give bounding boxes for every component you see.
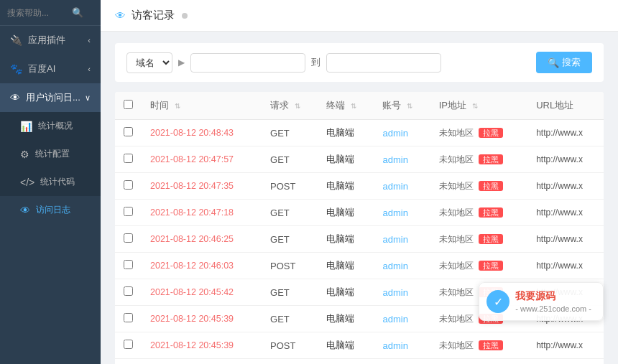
- row-checkbox[interactable]: [124, 180, 133, 190]
- row-checkbox[interactable]: [124, 233, 133, 243]
- filter-end-input[interactable]: [326, 53, 441, 73]
- row-checkbox[interactable]: [124, 127, 133, 136]
- row-checkbox-cell: [115, 332, 142, 359]
- sort-icon[interactable]: ⇅: [472, 102, 478, 110]
- row-checkbox[interactable]: [124, 313, 133, 322]
- row-checkbox-cell: [115, 173, 142, 200]
- filter-to-label: 到: [311, 56, 320, 69]
- sidebar-item-baidu-ai[interactable]: 🐾 百度AI ‹: [0, 55, 101, 83]
- row-method: POST: [262, 253, 318, 279]
- row-time: 2021-08-12 20:48:43: [142, 120, 262, 146]
- ip-region: 未知地区: [439, 207, 474, 218]
- row-method: GET: [262, 146, 318, 173]
- row-method: POST: [262, 173, 318, 200]
- sidebar-item-visit-log[interactable]: 👁 访问日志: [0, 196, 101, 224]
- ip-region: 未知地区: [439, 154, 474, 164]
- row-checkbox[interactable]: [124, 154, 133, 163]
- row-time: 2021-08-12 20:47:18: [142, 200, 262, 226]
- table-row: 2021-08-12 20:45:39 POST 电脑端 admin 未知地区 …: [115, 332, 604, 359]
- row-checkbox[interactable]: [124, 207, 133, 216]
- search-input[interactable]: [7, 8, 72, 18]
- row-account: admin: [374, 359, 430, 365]
- status-dot: [182, 13, 188, 19]
- row-checkbox-cell: [115, 200, 142, 226]
- row-url: http://www.x: [527, 120, 604, 146]
- account-link[interactable]: admin: [382, 261, 407, 271]
- watermark-title: 我要源码: [515, 290, 591, 303]
- row-time: 2021-08-12 20:45:39: [142, 306, 262, 332]
- sort-icon[interactable]: ⇅: [175, 102, 180, 110]
- sidebar-item-stat-overview[interactable]: 📊 统计概况: [0, 112, 101, 140]
- account-link[interactable]: admin: [382, 181, 407, 192]
- row-checkbox-cell: [115, 359, 142, 365]
- row-account: admin: [374, 279, 430, 306]
- account-link[interactable]: admin: [382, 314, 407, 325]
- table-row: 2021-08-12 20:47:35 POST 电脑端 admin 未知地区 …: [115, 173, 604, 200]
- row-account: admin: [374, 173, 430, 200]
- row-ip: 未知地区 拉黑: [430, 120, 527, 146]
- row-ip: 未知地区 拉黑: [430, 226, 527, 253]
- table-body: 2021-08-12 20:48:43 GET 电脑端 admin 未知地区 拉…: [115, 120, 604, 365]
- row-terminal: 电脑端: [318, 200, 374, 226]
- row-terminal: 电脑端: [318, 306, 374, 332]
- row-ip: 未知地区 拉黑: [430, 173, 527, 200]
- th-ip: IP地址 ⇅: [430, 92, 527, 120]
- eye-icon: 👁: [20, 205, 30, 216]
- sort-icon[interactable]: ⇅: [351, 102, 356, 110]
- account-link[interactable]: admin: [382, 234, 407, 245]
- table-row: 2021-08-12 20:46:03 POST 电脑端 admin 未知地区 …: [115, 253, 604, 279]
- code-icon: </>: [20, 177, 34, 188]
- search-button[interactable]: 🔍 搜索: [536, 52, 592, 73]
- table-row: 2021-08-12 20:45:36 GET 电脑端 admin 未知地区 拉…: [115, 359, 604, 365]
- row-checkbox[interactable]: [124, 260, 133, 269]
- visitor-table: 时间 ⇅ 请求 ⇅ 终端 ⇅ 账号 ⇅: [115, 92, 604, 364]
- row-method: GET: [262, 200, 318, 226]
- account-link[interactable]: admin: [382, 340, 407, 351]
- row-ip: 未知地区 拉黑: [430, 359, 527, 365]
- main-header: 👁 访客记录: [101, 0, 618, 32]
- sidebar-item-stat-config[interactable]: ⚙ 统计配置: [0, 140, 101, 168]
- sort-icon[interactable]: ⇅: [295, 102, 300, 110]
- row-url: http://www.x: [527, 253, 604, 279]
- sort-icon[interactable]: ⇅: [407, 102, 412, 110]
- row-ip: 未知地区 拉黑: [430, 332, 527, 359]
- watermark-check-icon: ✓: [486, 290, 509, 313]
- row-terminal: 电脑端: [318, 359, 374, 365]
- row-ip: 未知地区 拉黑: [430, 253, 527, 279]
- account-link[interactable]: admin: [382, 154, 407, 165]
- sidebar-item-user-visit[interactable]: 👁 用户访问日... ∨: [0, 83, 101, 112]
- chart-icon: 📊: [20, 121, 32, 132]
- domain-select[interactable]: 域名: [126, 52, 172, 73]
- row-method: GET: [262, 226, 318, 253]
- chevron-icon: ∨: [85, 93, 91, 103]
- filter-start-input[interactable]: [190, 53, 305, 73]
- row-checkbox[interactable]: [124, 340, 133, 349]
- row-account: admin: [374, 226, 430, 253]
- table-row: 2021-08-12 20:47:18 GET 电脑端 admin 未知地区 拉…: [115, 200, 604, 226]
- row-url: http://www.x: [527, 200, 604, 226]
- search-icon[interactable]: 🔍: [72, 7, 83, 18]
- account-link[interactable]: admin: [382, 128, 407, 139]
- row-time: 2021-08-12 20:45:36: [142, 359, 262, 365]
- ip-region: 未知地区: [439, 234, 474, 244]
- row-account: admin: [374, 332, 430, 359]
- sidebar-item-label: 统计配置: [35, 148, 70, 160]
- select-all-checkbox[interactable]: [124, 100, 133, 109]
- row-checkbox-cell: [115, 306, 142, 332]
- th-terminal: 终端 ⇅: [318, 92, 374, 120]
- account-link[interactable]: admin: [382, 207, 407, 218]
- row-method: GET: [262, 306, 318, 332]
- row-checkbox-cell: [115, 120, 142, 146]
- row-checkbox[interactable]: [124, 286, 133, 296]
- sidebar-item-plugin[interactable]: 🔌 应用插件 ‹: [0, 26, 101, 55]
- account-link[interactable]: admin: [382, 287, 407, 298]
- ip-region: 未知地区: [439, 128, 474, 138]
- watermark-subtitle: - www.251code.com -: [515, 304, 591, 313]
- row-account: admin: [374, 146, 430, 173]
- blacklist-badge: 拉黑: [479, 261, 503, 271]
- row-url: http://www.x: [527, 332, 604, 359]
- blacklist-badge: 拉黑: [479, 340, 503, 350]
- data-table-container: 时间 ⇅ 请求 ⇅ 终端 ⇅ 账号 ⇅: [115, 92, 604, 364]
- ip-region: 未知地区: [439, 340, 474, 350]
- sidebar-item-stat-code[interactable]: </> 统计代码: [0, 168, 101, 196]
